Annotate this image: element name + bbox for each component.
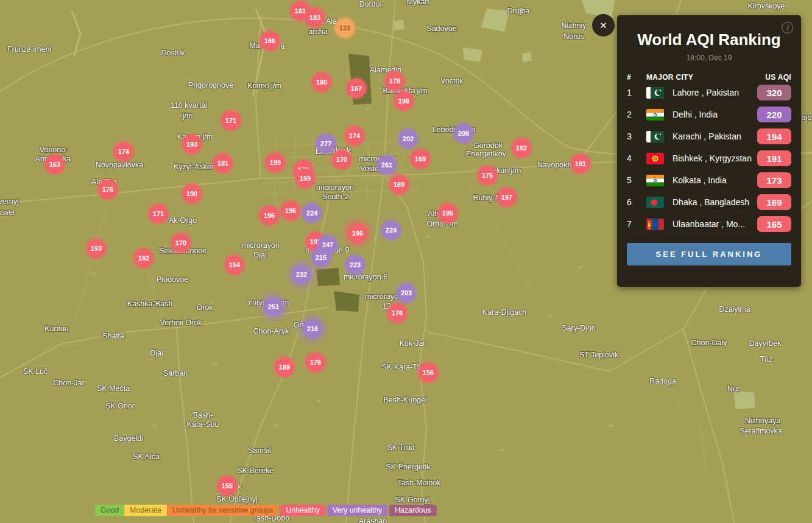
aqi-marker[interactable]: 251 (264, 297, 283, 317)
map-label: Kuntuu (44, 325, 69, 333)
legend-chip: Moderate (124, 505, 167, 516)
flag-bangladesh-icon (646, 197, 664, 208)
aqi-badge: 169 (757, 194, 791, 210)
map-label: j/m (183, 111, 193, 120)
aqi-marker[interactable]: 202 (398, 129, 418, 149)
ranking-row[interactable]: 2Delhi , India220 (617, 104, 801, 125)
aqi-marker[interactable]: 180 (312, 72, 331, 92)
map-label: vernyj (0, 197, 19, 206)
aqi-marker[interactable]: 224 (381, 220, 401, 240)
map-label: Raduga (649, 377, 676, 385)
map-label: Novopavlovka (96, 161, 144, 169)
aqi-marker[interactable]: 192 (134, 248, 154, 268)
map-label: Prigorognoye (188, 81, 233, 90)
aqi-marker[interactable]: 198 (394, 91, 414, 111)
aqi-marker[interactable]: 181 (213, 153, 233, 173)
aqi-marker[interactable]: 154 (225, 255, 244, 275)
ranking-rows: 1Lahore , Pakistan3202Delhi , India2203K… (617, 82, 801, 235)
aqi-marker[interactable]: 176 (98, 180, 118, 199)
aqi-marker[interactable]: 215 (311, 248, 331, 267)
map-label: Dostuk (161, 49, 185, 57)
aqi-marker[interactable]: 176 (306, 353, 325, 372)
aqi-marker[interactable]: 176 (387, 303, 407, 323)
aqi-marker[interactable]: 196 (259, 206, 279, 225)
aqi-marker[interactable]: 155 (217, 476, 237, 496)
map-label: ST Teplovik (579, 351, 618, 359)
legend-chip: Very unhealthy (327, 505, 387, 516)
map-label: SK Énergetik (386, 463, 431, 471)
aqi-marker[interactable]: 163 (45, 155, 65, 174)
ranking-row[interactable]: 7Ulaanbaatar , Mo...165 (617, 213, 801, 235)
close-icon[interactable]: ✕ (592, 14, 615, 37)
map-label: Norus (563, 32, 584, 41)
rank-number: 7 (627, 219, 646, 229)
see-full-ranking-button[interactable]: SEE FULL RANKING (627, 243, 791, 265)
aqi-marker[interactable]: 178 (385, 71, 404, 91)
map-label: Shalta (102, 332, 124, 340)
map-label: microrayon (316, 183, 354, 192)
aqi-marker[interactable]: 167 (347, 79, 366, 98)
aqi-marker[interactable]: 170 (171, 233, 191, 253)
map-label: Chon-Aryk (253, 327, 289, 335)
city-column-header: MAJOR CITY (646, 73, 765, 82)
rank-column-header: # (627, 73, 646, 82)
city-label: Karachi , Pakistan (673, 132, 757, 141)
map-label: Kyzyl-Asker (174, 163, 214, 171)
info-icon[interactable]: i (782, 22, 793, 33)
aqi-marker[interactable]: 171 (149, 204, 168, 223)
aqi-marker[interactable]: 189 (389, 175, 409, 194)
map-label: Drujba (507, 7, 530, 15)
aqi-marker[interactable]: 232 (292, 265, 311, 284)
aqi-marker[interactable]: 175 (478, 166, 497, 185)
map-label: microrayon (242, 241, 280, 250)
flag-india-icon (646, 109, 664, 121)
aqi-marker[interactable]: 170 (332, 150, 351, 169)
legend-chip: Hazardous (389, 505, 436, 516)
aqi-marker[interactable]: 190 (182, 184, 202, 203)
aqi-marker[interactable]: 156 (418, 363, 438, 382)
aqi-marker[interactable]: 261 (377, 155, 397, 175)
aqi-marker[interactable]: 223 (345, 255, 365, 275)
map-label: South-2 (322, 192, 349, 201)
aqi-marker[interactable]: 195 (438, 203, 457, 223)
aqi-marker[interactable]: 216 (303, 319, 322, 339)
aqi-marker[interactable]: 193 (86, 239, 106, 258)
aqi-marker[interactable]: 191 (571, 154, 590, 174)
aqi-marker[interactable]: 189 (275, 357, 294, 377)
flag-kyrgyzstan-icon (646, 153, 664, 164)
map-label: ajo (802, 113, 812, 122)
map-label: Tash-Moinok (398, 479, 441, 487)
map-label: Dayyrbek (749, 339, 782, 348)
aqi-marker[interactable]: 183 (305, 8, 325, 27)
map-label: Vostok (440, 77, 464, 85)
aqi-marker[interactable]: 208 (454, 124, 473, 143)
ranking-row[interactable]: 4Bishkek , Kyrgyzstan191 (617, 147, 801, 169)
aqi-badge: 220 (757, 107, 791, 122)
aqi-marker[interactable]: 123 (335, 18, 355, 38)
aqi-marker[interactable]: 193 (182, 135, 202, 154)
flag-pakistan-icon (646, 87, 664, 99)
map-label: Sadovoe (426, 24, 456, 33)
aqi-marker[interactable]: 196 (281, 201, 300, 220)
aqi-marker[interactable]: 171 (221, 111, 241, 130)
aqi-marker[interactable]: 199 (266, 153, 285, 172)
city-label: Dhaka , Bangladesh (673, 197, 757, 207)
aqi-marker[interactable]: 197 (497, 188, 517, 207)
aqi-marker[interactable]: 224 (302, 203, 322, 223)
ranking-row[interactable]: 3Karachi , Pakistan194 (617, 125, 801, 147)
aqi-marker[interactable]: 195 (348, 223, 367, 243)
aqi-marker[interactable]: 169 (411, 149, 430, 169)
map-label: Orok (196, 303, 213, 312)
ranking-row[interactable]: 1Lahore , Pakistan320 (617, 82, 801, 104)
flag-mongolia-icon (646, 219, 664, 230)
ranking-row[interactable]: 6Dhaka , Bangladesh169 (617, 191, 801, 213)
aqi-marker[interactable]: 199 (295, 169, 315, 188)
aqi-marker[interactable]: 192 (512, 138, 531, 158)
aqi-marker[interactable]: 277 (316, 134, 336, 153)
aqi-marker[interactable]: 174 (345, 126, 364, 146)
aqi-marker[interactable]: 166 (260, 31, 280, 51)
map-label: Ma (249, 41, 259, 50)
ranking-row[interactable]: 5Kolkata , India173 (617, 169, 801, 191)
aqi-marker[interactable]: 174 (114, 142, 133, 161)
aqi-marker[interactable]: 203 (397, 283, 416, 303)
